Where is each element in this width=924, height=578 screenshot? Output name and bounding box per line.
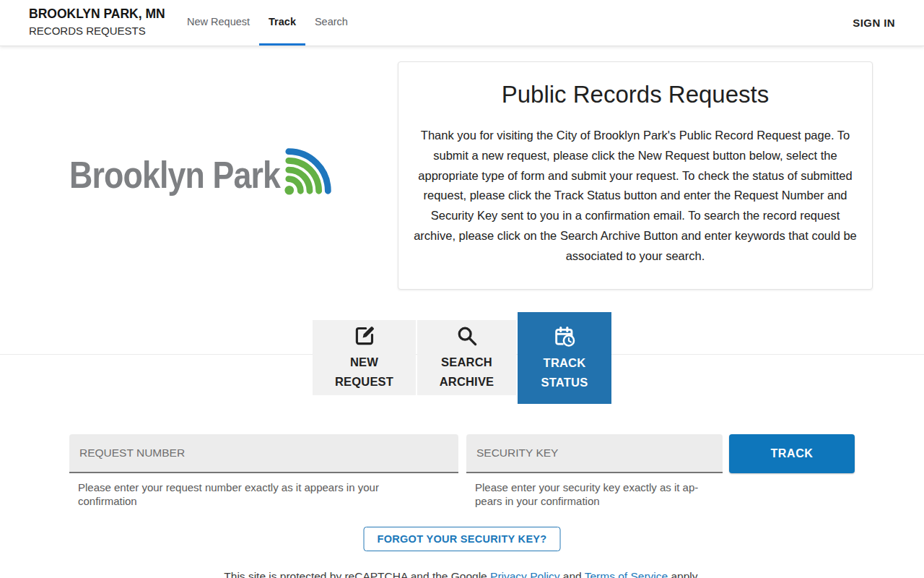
city-logo-text: Brooklyn Park <box>69 156 280 198</box>
terms-of-service-link[interactable]: Terms of Service <box>585 570 668 578</box>
nav-item-track[interactable]: Track <box>259 0 305 46</box>
brand[interactable]: BROOKLYN PARK, MN RECORDS REQUESTS <box>29 7 165 37</box>
request-number-helper: Please enter your request number exactly… <box>78 480 406 508</box>
city-logo: Brooklyn Park <box>69 143 372 198</box>
nav-item-new-request[interactable]: New Request <box>178 0 259 46</box>
new-request-button[interactable]: NEW REQUEST <box>313 320 416 395</box>
main-nav: New Request Track Search <box>178 0 357 46</box>
page: BROOKLYN PARK, MN RECORDS REQUESTS New R… <box>0 0 924 578</box>
intro-card: Public Records Requests Thank you for vi… <box>398 61 873 290</box>
security-key-helper: Please enter your security key exactly a… <box>475 480 720 508</box>
request-number-input[interactable] <box>69 434 458 473</box>
nav-item-search[interactable]: Search <box>305 0 357 46</box>
brand-subtitle: RECORDS REQUESTS <box>29 25 165 37</box>
signal-arcs-icon <box>282 144 338 198</box>
recaptcha-text: and <box>560 570 585 578</box>
forgot-security-key-button[interactable]: FORGOT YOUR SECURITY KEY? <box>364 527 561 551</box>
search-icon <box>455 324 479 348</box>
tile-label: NEW REQUEST <box>335 353 393 392</box>
recaptcha-text: apply. <box>668 570 700 578</box>
security-key-input[interactable] <box>466 434 723 473</box>
top-navbar: BROOKLYN PARK, MN RECORDS REQUESTS New R… <box>0 0 924 46</box>
track-status-button[interactable]: TRACK STATUS <box>518 312 611 404</box>
brand-title: BROOKLYN PARK, MN <box>29 7 165 22</box>
intro-text: Thank you for visiting the City of Brook… <box>413 126 858 267</box>
tile-label: SEARCH ARCHIVE <box>440 353 494 392</box>
tile-label: TRACK STATUS <box>541 353 588 392</box>
page-title: Public Records Requests <box>413 81 858 108</box>
edit-square-icon <box>352 324 377 348</box>
recaptcha-text: This site is protected by reCAPTCHA and … <box>224 570 490 578</box>
search-archive-button[interactable]: SEARCH ARCHIVE <box>417 320 516 395</box>
track-button[interactable]: TRACK <box>729 434 855 473</box>
privacy-policy-link[interactable]: Privacy Policy <box>490 570 559 578</box>
calendar-clock-icon <box>552 324 577 349</box>
sign-in-button[interactable]: SIGN IN <box>853 0 895 46</box>
recaptcha-note: This site is protected by reCAPTCHA and … <box>0 570 924 578</box>
